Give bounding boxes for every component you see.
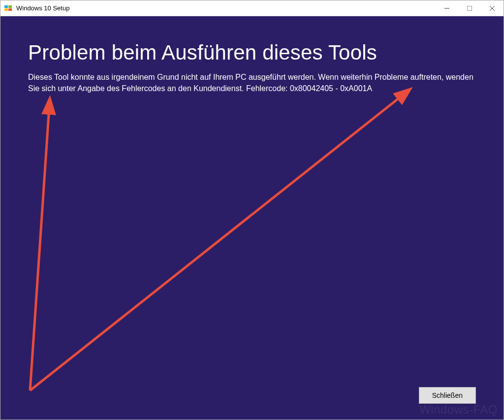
window-title: Windows 10 Setup bbox=[16, 4, 436, 12]
svg-line-10 bbox=[30, 90, 409, 390]
error-heading: Problem beim Ausführen dieses Tools bbox=[28, 41, 476, 65]
svg-rect-1 bbox=[8, 5, 12, 8]
setup-window: Windows 10 Setup Problem beim Ausführen … bbox=[0, 0, 504, 420]
maximize-button[interactable] bbox=[458, 0, 481, 16]
window-close-button[interactable] bbox=[481, 0, 504, 16]
window-controls bbox=[436, 0, 504, 16]
error-body: Dieses Tool konnte aus irgendeinem Grund… bbox=[28, 71, 476, 94]
app-icon bbox=[4, 4, 12, 12]
svg-rect-0 bbox=[4, 5, 8, 8]
content-area: Problem beim Ausführen dieses Tools Dies… bbox=[0, 16, 504, 420]
footer: Schließen bbox=[28, 387, 476, 408]
close-button[interactable]: Schließen bbox=[419, 387, 476, 404]
titlebar: Windows 10 Setup bbox=[0, 0, 504, 16]
svg-rect-5 bbox=[468, 6, 472, 10]
svg-line-9 bbox=[30, 100, 50, 390]
svg-rect-3 bbox=[8, 8, 12, 11]
minimize-button[interactable] bbox=[436, 0, 458, 16]
svg-rect-2 bbox=[4, 8, 8, 11]
